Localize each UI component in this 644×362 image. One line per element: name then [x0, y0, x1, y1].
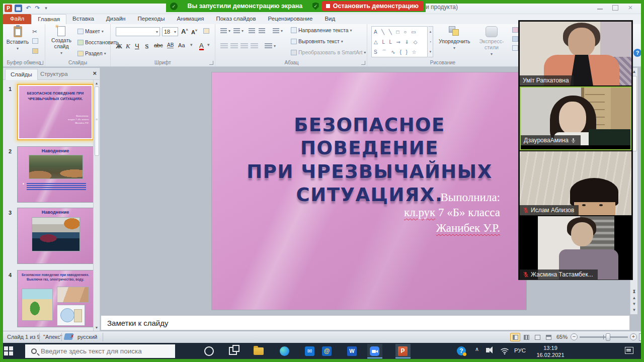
word-app-icon[interactable]: W	[347, 346, 357, 356]
help-tray-icon[interactable]: ?	[457, 346, 466, 355]
language-tray-indicator[interactable]: РУС	[514, 347, 526, 359]
prev-next-slide-buttons[interactable]: ▲▲▼▼	[630, 289, 638, 313]
shape-effects-icon[interactable]	[512, 45, 518, 51]
bullets-button[interactable]: ▾	[220, 28, 230, 34]
paste-button[interactable]: Вставить ▾	[6, 26, 29, 51]
tab-view[interactable]: Вид	[318, 14, 341, 24]
tab-insert[interactable]: Вставка	[66, 14, 100, 24]
layout-button[interactable]: Макет▾	[77, 28, 104, 34]
slide-thumbnail-4[interactable]: Безопасное поведение при наводнениях. Вы…	[17, 270, 94, 327]
decrease-indent-button[interactable]	[249, 28, 255, 34]
taskbar-search[interactable]	[25, 344, 175, 358]
font-name-combo[interactable]: ▾	[116, 27, 160, 36]
participant-video-3[interactable]: Ислам Аблизов	[520, 151, 631, 215]
scroll-thumb[interactable]: ≡	[95, 86, 99, 156]
close-button[interactable]: ×	[624, 4, 637, 12]
italic-button[interactable]: К	[126, 42, 130, 50]
minimize-button[interactable]	[594, 4, 607, 12]
action-center-icon[interactable]	[625, 347, 633, 354]
search-input[interactable]	[41, 347, 162, 355]
mail-app-icon[interactable]: ✉	[305, 346, 314, 356]
align-right-button[interactable]	[240, 43, 249, 49]
line-spacing-button[interactable]: ▾	[273, 28, 283, 34]
align-center-button[interactable]	[230, 43, 239, 49]
text-shadow-button[interactable]: S	[145, 42, 148, 50]
copy-icon[interactable]	[32, 38, 38, 44]
scroll-up-icon[interactable]: ▲	[94, 80, 100, 85]
character-spacing-button[interactable]: АВ	[167, 42, 174, 48]
cortana-icon[interactable]	[204, 346, 214, 356]
zoom-app-icon[interactable]	[367, 344, 382, 358]
wifi-icon[interactable]	[500, 347, 509, 354]
clipboard-dialog-launcher[interactable]	[39, 61, 43, 65]
numbering-button[interactable]: ▾	[233, 28, 244, 34]
zoom-slider-thumb[interactable]	[606, 333, 610, 341]
slide-canvas[interactable]: БЕЗОПАСНОЕ ПОВЕДЕНИЕ ПРИ ЧРЕЗВЫЧАЙНЫХ СИ…	[211, 72, 527, 310]
underline-button[interactable]: Ч	[135, 42, 139, 50]
file-explorer-icon[interactable]	[254, 347, 264, 355]
zoom-out-button[interactable]: −	[571, 333, 578, 340]
normal-view-button[interactable]	[510, 333, 520, 341]
spellcheck-icon[interactable]	[64, 333, 74, 340]
slide-thumbnail-1[interactable]: БЕЗОПАСНОЕ ПОВЕДЕНИЕ ПРИ ЧРЕЗВЫЧАЙНЫХ СИ…	[17, 84, 94, 140]
tab-slideshow[interactable]: Показ слайдов	[210, 14, 262, 24]
shapes-gallery[interactable]: A ╲ ╲ □ ○ ▭△ L L ⇒ ⇓ ◇S ⌒ ∿ { } ☆	[371, 26, 428, 57]
help-icon[interactable]: ?	[633, 49, 641, 57]
new-slide-button[interactable]: ✳ Создать слайд ▾	[47, 26, 75, 55]
undo-icon[interactable]: ↶	[25, 5, 32, 12]
reading-view-button[interactable]	[532, 333, 542, 341]
clock[interactable]: 13:19 16.02.2021	[532, 345, 569, 357]
slide-subtitle[interactable]: Выполнила: кл.рук 7 «Б» класса Жанибек У…	[404, 190, 500, 236]
shape-outline-icon[interactable]	[512, 36, 518, 42]
increase-indent-button[interactable]	[259, 28, 265, 34]
redo-icon[interactable]: ↷	[34, 5, 41, 12]
slide-thumbnail-3[interactable]: Наводнение	[17, 208, 94, 264]
notes-pane[interactable]: Заметки к слайду	[101, 315, 630, 330]
tab-animations[interactable]: Анимация	[171, 14, 210, 24]
grow-font-button[interactable]: А˄	[181, 28, 188, 35]
font-color-dropdown-icon[interactable]: ▾	[207, 42, 210, 47]
tab-home[interactable]: Главная	[31, 14, 66, 24]
case-dropdown-icon[interactable]: ▾	[190, 42, 193, 47]
shape-fill-icon[interactable]	[512, 27, 518, 33]
align-left-button[interactable]	[220, 43, 229, 49]
restore-button[interactable]	[609, 4, 622, 12]
text-direction-button[interactable]: Направление текста▾	[291, 27, 352, 33]
paragraph-dialog-launcher[interactable]	[361, 61, 365, 65]
start-button[interactable]	[4, 346, 13, 355]
format-painter-icon[interactable]	[32, 48, 38, 54]
change-case-button[interactable]: Аа	[178, 42, 185, 48]
font-color-button[interactable]: А	[199, 42, 204, 50]
align-text-button[interactable]: Выровнять текст▾	[291, 38, 343, 44]
task-view-icon[interactable]	[229, 347, 237, 355]
participant-video-2-active[interactable]: ДзауроваАмина	[520, 86, 631, 150]
tab-file[interactable]: Файл	[3, 14, 31, 24]
powerpoint-app-icon[interactable]: P	[395, 344, 411, 358]
tab-transitions[interactable]: Переходы	[131, 14, 171, 24]
section-button[interactable]: Раздел▾	[77, 50, 106, 56]
smartart-button[interactable]: Преобразовать в SmartArt▾	[291, 49, 366, 55]
cut-icon[interactable]: ✂	[32, 28, 37, 35]
qat-customize-icon[interactable]: ▾	[42, 5, 50, 12]
pane-scrollbar[interactable]: ▲ ≡ ▼	[93, 80, 100, 331]
stop-share-button[interactable]: Остановить демонстрацию	[322, 1, 424, 11]
shapes-scroll[interactable]: ▲▪▼	[428, 26, 433, 57]
scroll-down-icon[interactable]: ▼	[94, 326, 100, 329]
participant-video-1[interactable]: Уміт Рапхатовна	[520, 22, 631, 85]
shrink-font-button[interactable]: А˅	[191, 29, 197, 35]
font-dialog-launcher[interactable]	[209, 61, 213, 65]
tab-review[interactable]: Рецензирование	[262, 14, 319, 24]
tab-slides-thumbnails[interactable]: Слайды	[5, 69, 38, 80]
strikethrough-button[interactable]: abc	[154, 42, 163, 48]
mailru-app-icon[interactable]: @	[322, 346, 332, 356]
audio-tray-icon[interactable]	[486, 348, 490, 352]
participant-video-4[interactable]: Жасмина Тастамбек...	[520, 216, 631, 280]
save-icon[interactable]	[15, 5, 22, 12]
columns-button[interactable]: ▾	[265, 43, 276, 49]
language-indicator[interactable]: русский	[77, 334, 97, 340]
slideshow-button[interactable]	[543, 333, 553, 341]
bold-button[interactable]: Ж	[116, 42, 122, 50]
clear-formatting-button[interactable]	[203, 28, 209, 35]
zoom-slider-track[interactable]	[580, 336, 628, 338]
arrange-button[interactable]: Упорядочить ▾	[439, 26, 470, 50]
